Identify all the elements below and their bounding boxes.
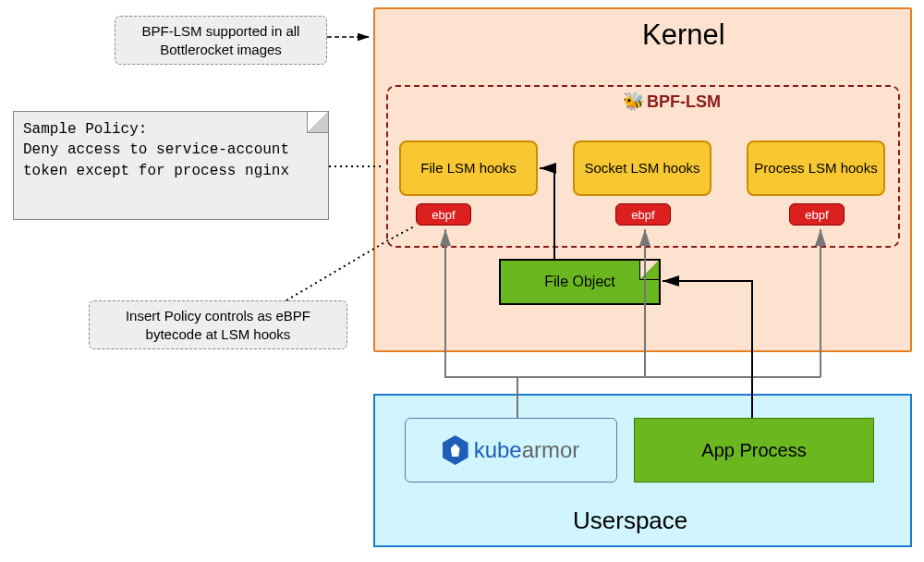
kubearmor-logo: kubearmor — [443, 435, 580, 465]
process-lsm-hooks: Process LSM hooks — [747, 140, 885, 196]
bee-icon: 🐝 — [623, 91, 645, 113]
kubearmor-text: kubearmor — [474, 437, 580, 463]
file-lsm-hooks: File LSM hooks — [399, 140, 538, 196]
note-insert-policy: Insert Policy controls as eBPF bytecode … — [89, 300, 347, 349]
userspace-title: Userspace — [573, 507, 687, 535]
ebpf-badge-socket: ebpf — [615, 203, 671, 226]
file-object-label: File Object — [544, 274, 614, 290]
kernel-title: Kernel — [642, 18, 725, 52]
note-sample-policy: Sample Policy: Deny access to service-ac… — [13, 111, 329, 220]
bpflsm-label: BPF-LSM — [647, 92, 721, 112]
socket-lsm-hooks: Socket LSM hooks — [573, 140, 711, 196]
app-process-label: App Process — [701, 440, 806, 461]
app-process-box: App Process — [634, 418, 874, 483]
note-bpflsm-support: BPF-LSM supported in all Bottlerocket im… — [115, 16, 327, 65]
kubearmor-box: kubearmor — [405, 418, 617, 483]
ebpf-badge-process: ebpf — [789, 203, 845, 226]
kubearmor-shield-icon — [443, 435, 468, 465]
ebpf-badge-file: ebpf — [416, 203, 471, 226]
file-object: File Object — [499, 259, 661, 305]
